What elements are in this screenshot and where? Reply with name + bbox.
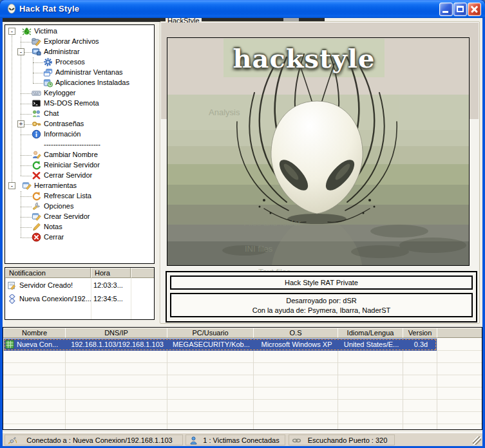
ghost-text-files: Files and folder <box>243 218 301 228</box>
table-header-filler[interactable] <box>437 328 482 338</box>
terminal-icon <box>32 98 41 109</box>
tree-item-explorar-archivos[interactable]: Explorar Archivos <box>5 37 154 47</box>
notification-row-1[interactable]: Servidor Creado!12:03:3... <box>5 279 154 292</box>
app-clock-icon <box>43 78 53 89</box>
net-diamonds-icon <box>7 294 17 305</box>
tree-item-reiniciar-servidor[interactable]: Reiniciar Servidor <box>5 160 154 171</box>
ghost-text-analysis: Analysis <box>209 107 240 117</box>
user-pencil-icon <box>32 150 41 161</box>
key-icon <box>32 119 41 130</box>
tree-expander[interactable]: + <box>17 120 24 127</box>
tree-item-keylogger[interactable]: Keylogger <box>5 88 154 98</box>
tree-item-informacion[interactable]: Información <box>5 129 154 140</box>
tree-item-administrar-ventanas[interactable]: Administrar Ventanas <box>5 68 154 78</box>
note-pencil-icon <box>7 281 17 292</box>
info-title-box: Hack Style RAT Private <box>170 275 473 290</box>
close-button[interactable] <box>468 3 481 16</box>
table-grid <box>3 339 482 429</box>
tree-item-administrar[interactable]: -Administrar <box>5 47 154 57</box>
table-header-dns-ip[interactable]: DNS/IP <box>65 328 167 338</box>
maximize-button[interactable] <box>453 3 467 16</box>
tree-item-crear-servidor[interactable]: Crear Servidor <box>5 212 154 222</box>
monitor-icon <box>32 47 41 58</box>
minimize-button[interactable] <box>439 3 453 16</box>
close-x-icon <box>32 171 41 182</box>
table-header-o-s[interactable]: O.S <box>253 328 338 338</box>
table-header-pc-usuario[interactable]: PC/Usuario <box>167 328 254 338</box>
notification-row-2[interactable]: Nueva Conexion/192...12:34:5... <box>5 293 154 306</box>
client-area: -VictimaExplorar Archivos-AdministrarPro… <box>3 18 482 446</box>
notifications-header-hora[interactable]: Hora <box>91 268 131 278</box>
tree-item-contrasenas[interactable]: +Contraseñas <box>5 119 154 129</box>
status-panel-connection: Conectado a : Nueva Conexion/192.168.1.1… <box>5 434 183 445</box>
window-pencil-icon <box>32 212 41 223</box>
notifications-header-filler[interactable] <box>131 268 155 278</box>
tree-item-herramientas[interactable]: -Herramientas <box>5 181 154 191</box>
victim-tree: -VictimaExplorar Archivos-AdministrarPro… <box>5 24 155 264</box>
credits-line2: Con la ayuda de: Psymera, Ibarra, NaderS… <box>171 306 471 315</box>
tree-item-chat[interactable]: Chat <box>5 109 154 119</box>
tree-item-cerrar-servidor[interactable]: Cerrar Servidor <box>5 171 154 181</box>
alien-app-icon <box>6 3 17 15</box>
tree-expander[interactable]: - <box>8 28 15 35</box>
tree-item-ms-dos-remota[interactable]: MS-DOS Remota <box>5 98 154 109</box>
ghost-text-ini: INI files <box>245 244 272 254</box>
notifications-header-notificacion[interactable]: Notificacion <box>5 268 91 278</box>
tree-item-opciones[interactable]: Opciones <box>5 201 154 212</box>
gear-icon <box>43 57 53 68</box>
info-icon <box>32 129 41 140</box>
status-panel-victims: 1 : Victimas Conectadas <box>185 434 285 445</box>
info-boxes-container: Hack Style RAT Private Desarroyado por: … <box>166 271 477 322</box>
table-header-version[interactable]: Version <box>403 328 437 338</box>
tree-item-refrescar-lista[interactable]: Refrescar Lista <box>5 191 154 201</box>
table-header-nombre[interactable]: Nombre <box>3 328 66 338</box>
tree-expander[interactable]: - <box>8 182 15 189</box>
tree-item-procesos[interactable]: Procesos <box>5 57 154 68</box>
credits-box: Desarroyado por: dSR Con la ayuda de: Ps… <box>170 293 473 317</box>
chat-icon <box>32 109 41 120</box>
wrench-icon <box>32 201 41 212</box>
victim-row[interactable]: Nueva Con...192.168.1.103/192.168.1.103M… <box>4 339 437 351</box>
status-bar: Escuchando Puerto : 3201 : Victimas Cone… <box>3 433 482 446</box>
close-circle-icon <box>32 232 41 243</box>
tree-expander[interactable]: - <box>17 48 24 55</box>
credits-line1: Desarroyado por: dSR <box>171 296 471 306</box>
tree-item-notas[interactable]: Notas <box>5 222 154 232</box>
tree-item-cerrar[interactable]: Cerrar <box>5 232 154 243</box>
hackstyle-groupbox: HackStyle <box>160 21 480 324</box>
refresh-green-icon <box>32 160 41 171</box>
keyboard-icon <box>32 88 41 99</box>
table-header-idioma-lengua[interactable]: Idioma/Lengua <box>338 328 403 338</box>
titlebar[interactable]: Hack Rat Style <box>0 0 485 18</box>
pencil-icon <box>32 222 41 233</box>
bug-icon <box>22 26 32 37</box>
folder-pencil-icon <box>32 37 41 48</box>
windows-icon <box>43 68 53 79</box>
window: Hack Rat Style -VictimaExplorar Archivos… <box>0 0 485 448</box>
hackstyle-logo-text: hackstyle <box>207 41 401 77</box>
hackstyle-logo-image: hackstyle Analysis Files and folder INI … <box>167 37 470 266</box>
tree-item-separator: ------------------------ <box>5 140 154 150</box>
window-pencil-icon <box>22 181 32 192</box>
tree-item-aplicaciones-instaladas[interactable]: Aplicaciones Instaladas <box>5 78 154 88</box>
refresh-orange-icon <box>32 191 41 202</box>
window-title: Hack Rat Style <box>19 4 79 14</box>
status-panel-port: Escuchando Puerto : 320 <box>289 434 395 445</box>
green-grid-icon <box>5 340 15 351</box>
resize-grip[interactable] <box>473 436 481 445</box>
tree-item-cambiar-nombre[interactable]: Cambiar Nombre <box>5 150 154 160</box>
tree-item-victima[interactable]: -Victima <box>5 26 154 37</box>
notifications-panel: NotificacionHoraServidor Creado!12:03:3.… <box>5 267 155 320</box>
victims-table: NombreDNS/IPPC/UsuarioO.SIdioma/LenguaVe… <box>3 327 482 430</box>
